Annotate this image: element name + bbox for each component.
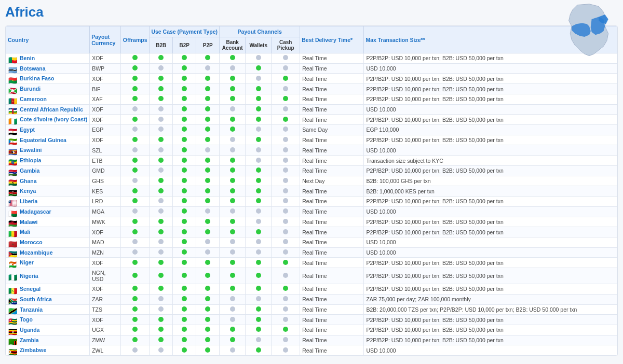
cell-country[interactable]: 🇬🇶 Equatorial Guinea xyxy=(6,135,90,145)
cell-country[interactable]: 🇧🇫 Burkina Faso xyxy=(6,74,90,84)
cell-bank xyxy=(220,145,246,156)
dot-green xyxy=(182,96,187,101)
country-link[interactable]: Cote d'Ivoire (Ivory Coast) xyxy=(20,116,87,122)
table-row: 🇳🇬 Nigeria NGN, USD Real Time P2P/B2P: U… xyxy=(6,268,617,284)
cell-bank xyxy=(220,237,246,247)
cell-bank xyxy=(220,176,246,186)
country-link[interactable]: Malawi xyxy=(20,219,37,225)
cell-b2p xyxy=(173,176,196,186)
table-row: 🇲🇿 Mozambique MZN Real Time USD 10,000 xyxy=(6,247,617,258)
cell-country[interactable]: 🇹🇬 Togo xyxy=(6,315,90,325)
country-link[interactable]: Central African Republic xyxy=(20,106,83,113)
dot-green xyxy=(205,273,210,278)
cell-country[interactable]: 🇨🇫 Central African Republic xyxy=(6,104,90,115)
country-link[interactable]: Madagascar xyxy=(20,208,51,215)
country-link[interactable]: Eswatini xyxy=(20,147,42,153)
country-link[interactable]: Botswana xyxy=(20,65,46,72)
country-link[interactable]: Senegal xyxy=(20,286,40,292)
dot-green xyxy=(158,178,164,183)
cell-country[interactable]: 🇺🇬 Uganda xyxy=(6,325,90,335)
cell-country[interactable]: 🇲🇼 Malawi xyxy=(6,217,90,227)
country-link[interactable]: Zambia xyxy=(20,337,39,343)
cell-country[interactable]: 🇲🇱 Mali xyxy=(6,227,90,237)
dot-green xyxy=(256,317,261,322)
country-link[interactable]: Togo xyxy=(20,316,33,323)
cell-offramps xyxy=(121,268,150,284)
cell-country[interactable]: 🇪🇬 Egypt xyxy=(6,125,90,135)
cell-max: P2P/B2P: USD 10,000 per txn; B2B: USD 50… xyxy=(364,135,617,145)
country-link[interactable]: Morocco xyxy=(20,239,43,245)
cell-country[interactable]: 🇹🇿 Tanzania xyxy=(6,304,90,315)
cell-wallets xyxy=(246,294,272,304)
cell-country[interactable]: 🇸🇳 Senegal xyxy=(6,284,90,295)
dot-green xyxy=(132,337,138,342)
cell-country[interactable]: 🇧🇯 Benin xyxy=(6,53,90,64)
cell-country[interactable]: 🇸🇿 Eswatini xyxy=(6,145,90,156)
country-link[interactable]: Kenya xyxy=(20,188,36,194)
country-link[interactable]: Uganda xyxy=(20,327,40,333)
cell-p2p xyxy=(196,53,220,64)
cell-country[interactable]: 🇰🇪 Kenya xyxy=(6,186,90,197)
cell-bank xyxy=(220,345,246,356)
cell-country[interactable]: 🇧🇼 Botswana xyxy=(6,63,90,74)
flag-icon: 🇲🇼 xyxy=(8,219,17,225)
country-link[interactable]: Cameroon xyxy=(20,96,47,102)
country-link[interactable]: Equatorial Guinea xyxy=(20,137,66,143)
cell-cash xyxy=(272,268,300,284)
country-link[interactable]: Ghana xyxy=(20,178,37,184)
cell-cash xyxy=(272,206,300,217)
dot-gray xyxy=(283,167,288,173)
cell-country[interactable]: 🇿🇲 Zambia xyxy=(6,335,90,345)
cell-country[interactable]: 🇿🇦 South Africa xyxy=(6,294,90,304)
country-link[interactable]: Zimbabwe xyxy=(20,347,46,353)
country-link[interactable]: Egypt xyxy=(20,127,35,133)
country-link[interactable]: Benin xyxy=(20,55,35,61)
country-link[interactable]: Mozambique xyxy=(20,249,53,256)
dot-green xyxy=(182,86,187,91)
cell-offramps xyxy=(121,294,150,304)
cell-delivery: Real Time xyxy=(300,63,364,74)
cell-country[interactable]: 🇨🇲 Cameroon xyxy=(6,94,90,104)
dot-green xyxy=(132,306,138,312)
cell-cash xyxy=(272,84,300,94)
country-link[interactable]: Liberia xyxy=(20,198,37,204)
cell-delivery: Real Time xyxy=(300,284,364,295)
dot-green xyxy=(256,86,261,91)
cell-country[interactable]: 🇳🇬 Nigeria xyxy=(6,268,90,284)
country-link[interactable]: Tanzania xyxy=(20,306,43,313)
cell-country[interactable]: 🇬🇭 Ghana xyxy=(6,176,90,186)
country-link[interactable]: Burkina Faso xyxy=(20,75,55,81)
country-link[interactable]: Ethiopia xyxy=(20,157,41,163)
country-link[interactable]: Nigeria xyxy=(20,273,38,279)
cell-country[interactable]: 🇲🇦 Morocco xyxy=(6,237,90,247)
cell-country[interactable]: 🇧🇮 Burundi xyxy=(6,84,90,94)
country-link[interactable]: Niger xyxy=(20,259,34,265)
cell-country[interactable]: 🇱🇷 Liberia xyxy=(6,197,90,207)
cell-cash xyxy=(272,335,300,345)
country-link[interactable]: Burundi xyxy=(20,86,40,92)
cell-country[interactable]: 🇳🇪 Niger xyxy=(6,258,90,268)
cell-country[interactable]: 🇲🇬 Madagascar xyxy=(6,206,90,217)
cell-b2b xyxy=(150,227,173,237)
cell-country[interactable]: 🇿🇼 Zimbabwe xyxy=(6,345,90,356)
cell-b2b xyxy=(150,197,173,207)
cell-country[interactable]: 🇨🇮 Cote d'Ivoire (Ivory Coast) xyxy=(6,115,90,125)
cell-country[interactable]: 🇬🇲 Gambia xyxy=(6,165,90,176)
dot-gray xyxy=(283,347,288,353)
cell-p2p xyxy=(196,268,220,284)
cell-wallets xyxy=(246,165,272,176)
cell-cash xyxy=(272,186,300,197)
dot-green xyxy=(132,117,138,122)
cell-country[interactable]: 🇪🇹 Ethiopia xyxy=(6,156,90,166)
dot-green xyxy=(132,286,138,291)
flag-icon: 🇳🇪 xyxy=(8,260,17,266)
country-link[interactable]: South Africa xyxy=(20,296,52,302)
cell-country[interactable]: 🇲🇿 Mozambique xyxy=(6,247,90,258)
dot-green xyxy=(256,137,261,142)
country-link[interactable]: Mali xyxy=(20,229,30,235)
country-link[interactable]: Gambia xyxy=(20,167,40,174)
dot-gray xyxy=(230,239,235,244)
cell-cash xyxy=(272,63,300,74)
dot-green xyxy=(158,229,164,234)
cell-max: B2B: 20,000,000 TZS per txn; P2P/B2P: US… xyxy=(364,304,617,315)
